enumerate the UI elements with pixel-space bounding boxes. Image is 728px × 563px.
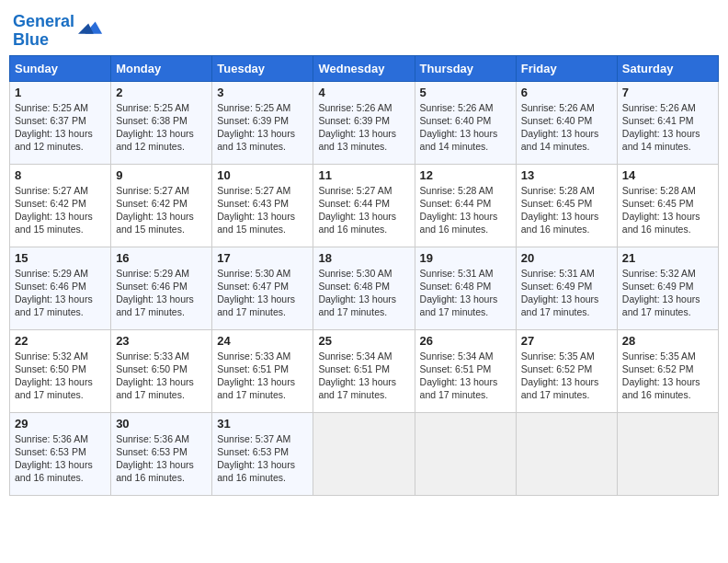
calendar-cell: 1Sunrise: 5:25 AM Sunset: 6:37 PM Daylig… [10,81,111,164]
day-info: Sunrise: 5:27 AM Sunset: 6:42 PM Dayligh… [15,184,106,236]
day-number: 29 [15,417,106,431]
calendar-cell: 6Sunrise: 5:26 AM Sunset: 6:40 PM Daylig… [516,81,617,164]
day-number: 1 [15,86,106,99]
day-info: Sunrise: 5:27 AM Sunset: 6:43 PM Dayligh… [217,184,308,236]
day-info: Sunrise: 5:36 AM Sunset: 6:53 PM Dayligh… [15,432,106,485]
logo-text: General [13,13,74,31]
day-header-tuesday: Tuesday [212,55,313,81]
day-number: 31 [217,417,308,431]
day-number: 13 [521,168,612,182]
day-header-friday: Friday [516,55,617,81]
day-number: 4 [318,86,409,99]
calendar-cell: 21Sunrise: 5:32 AM Sunset: 6:49 PM Dayli… [617,247,718,329]
day-info: Sunrise: 5:30 AM Sunset: 6:48 PM Dayligh… [318,267,409,319]
calendar-cell: 26Sunrise: 5:34 AM Sunset: 6:51 PM Dayli… [415,329,516,412]
calendar-cell: 11Sunrise: 5:27 AM Sunset: 6:44 PM Dayli… [313,164,415,247]
day-info: Sunrise: 5:29 AM Sunset: 6:46 PM Dayligh… [116,267,207,319]
day-number: 14 [622,168,713,182]
calendar-cell: 8Sunrise: 5:27 AM Sunset: 6:42 PM Daylig… [10,164,111,247]
day-number: 25 [318,334,409,348]
logo-text2: Blue [13,31,74,50]
day-info: Sunrise: 5:31 AM Sunset: 6:49 PM Dayligh… [521,267,612,319]
day-info: Sunrise: 5:34 AM Sunset: 6:51 PM Dayligh… [420,350,511,402]
calendar-cell: 5Sunrise: 5:26 AM Sunset: 6:40 PM Daylig… [415,81,516,164]
day-info: Sunrise: 5:28 AM Sunset: 6:45 PM Dayligh… [521,184,612,236]
day-header-sunday: Sunday [10,55,111,81]
day-info: Sunrise: 5:25 AM Sunset: 6:38 PM Dayligh… [116,101,207,154]
logo-icon [78,17,104,42]
day-number: 23 [116,334,207,348]
day-info: Sunrise: 5:30 AM Sunset: 6:47 PM Dayligh… [217,267,308,319]
calendar-cell: 2Sunrise: 5:25 AM Sunset: 6:38 PM Daylig… [111,81,212,164]
day-info: Sunrise: 5:35 AM Sunset: 6:52 PM Dayligh… [521,350,612,402]
day-info: Sunrise: 5:33 AM Sunset: 6:51 PM Dayligh… [217,350,308,402]
day-header-monday: Monday [111,55,212,81]
day-number: 3 [217,86,308,99]
day-info: Sunrise: 5:29 AM Sunset: 6:46 PM Dayligh… [15,267,106,319]
calendar-cell: 25Sunrise: 5:34 AM Sunset: 6:51 PM Dayli… [313,329,415,412]
calendar-cell: 10Sunrise: 5:27 AM Sunset: 6:43 PM Dayli… [212,164,313,247]
day-number: 18 [318,251,409,265]
day-info: Sunrise: 5:32 AM Sunset: 6:50 PM Dayligh… [15,350,106,402]
calendar-cell: 15Sunrise: 5:29 AM Sunset: 6:46 PM Dayli… [10,247,111,329]
day-number: 20 [521,251,612,265]
day-number: 9 [116,168,207,182]
day-number: 15 [15,251,106,265]
calendar-cell: 17Sunrise: 5:30 AM Sunset: 6:47 PM Dayli… [212,247,313,329]
calendar-cell: 22Sunrise: 5:32 AM Sunset: 6:50 PM Dayli… [10,329,111,412]
calendar-cell: 19Sunrise: 5:31 AM Sunset: 6:48 PM Dayli… [415,247,516,329]
day-number: 6 [521,86,612,99]
calendar-header-row: SundayMondayTuesdayWednesdayThursdayFrid… [10,55,719,81]
calendar-week-row: 8Sunrise: 5:27 AM Sunset: 6:42 PM Daylig… [10,164,719,247]
calendar-cell: 20Sunrise: 5:31 AM Sunset: 6:49 PM Dayli… [516,247,617,329]
calendar-cell: 31Sunrise: 5:37 AM Sunset: 6:53 PM Dayli… [212,412,313,495]
calendar-cell: 13Sunrise: 5:28 AM Sunset: 6:45 PM Dayli… [516,164,617,247]
day-number: 28 [622,334,713,348]
day-number: 2 [116,86,207,99]
day-info: Sunrise: 5:31 AM Sunset: 6:48 PM Dayligh… [420,267,511,319]
calendar-cell: 24Sunrise: 5:33 AM Sunset: 6:51 PM Dayli… [212,329,313,412]
day-number: 30 [116,417,207,431]
day-info: Sunrise: 5:37 AM Sunset: 6:53 PM Dayligh… [217,432,308,485]
day-info: Sunrise: 5:35 AM Sunset: 6:52 PM Dayligh… [622,350,713,402]
calendar-week-row: 22Sunrise: 5:32 AM Sunset: 6:50 PM Dayli… [10,329,719,412]
day-header-thursday: Thursday [415,55,516,81]
day-number: 22 [15,334,106,348]
day-info: Sunrise: 5:33 AM Sunset: 6:50 PM Dayligh… [116,350,207,402]
calendar-cell [516,412,617,495]
day-number: 19 [420,251,511,265]
day-number: 24 [217,334,308,348]
calendar-cell: 7Sunrise: 5:26 AM Sunset: 6:41 PM Daylig… [617,81,718,164]
day-info: Sunrise: 5:26 AM Sunset: 6:39 PM Dayligh… [318,101,409,154]
day-header-wednesday: Wednesday [313,55,415,81]
calendar-cell: 27Sunrise: 5:35 AM Sunset: 6:52 PM Dayli… [516,329,617,412]
day-info: Sunrise: 5:36 AM Sunset: 6:53 PM Dayligh… [116,432,207,485]
header: General Blue [9,9,719,50]
calendar-cell: 30Sunrise: 5:36 AM Sunset: 6:53 PM Dayli… [111,412,212,495]
calendar-table: SundayMondayTuesdayWednesdayThursdayFrid… [9,55,719,496]
day-info: Sunrise: 5:26 AM Sunset: 6:41 PM Dayligh… [622,101,713,154]
day-info: Sunrise: 5:27 AM Sunset: 6:44 PM Dayligh… [318,184,409,236]
day-info: Sunrise: 5:25 AM Sunset: 6:37 PM Dayligh… [15,101,106,154]
logo: General Blue [13,13,104,50]
calendar-cell: 9Sunrise: 5:27 AM Sunset: 6:42 PM Daylig… [111,164,212,247]
day-number: 26 [420,334,511,348]
day-number: 7 [622,86,713,99]
calendar-cell: 29Sunrise: 5:36 AM Sunset: 6:53 PM Dayli… [10,412,111,495]
calendar-cell: 23Sunrise: 5:33 AM Sunset: 6:50 PM Dayli… [111,329,212,412]
day-info: Sunrise: 5:34 AM Sunset: 6:51 PM Dayligh… [318,350,409,402]
calendar-cell: 18Sunrise: 5:30 AM Sunset: 6:48 PM Dayli… [313,247,415,329]
calendar-week-row: 1Sunrise: 5:25 AM Sunset: 6:37 PM Daylig… [10,81,719,164]
calendar-cell: 14Sunrise: 5:28 AM Sunset: 6:45 PM Dayli… [617,164,718,247]
day-info: Sunrise: 5:26 AM Sunset: 6:40 PM Dayligh… [521,101,612,154]
day-number: 27 [521,334,612,348]
calendar-cell: 3Sunrise: 5:25 AM Sunset: 6:39 PM Daylig… [212,81,313,164]
calendar-week-row: 29Sunrise: 5:36 AM Sunset: 6:53 PM Dayli… [10,412,719,495]
day-number: 16 [116,251,207,265]
calendar-week-row: 15Sunrise: 5:29 AM Sunset: 6:46 PM Dayli… [10,247,719,329]
calendar-cell [617,412,718,495]
calendar-cell: 28Sunrise: 5:35 AM Sunset: 6:52 PM Dayli… [617,329,718,412]
calendar-cell [313,412,415,495]
calendar-cell: 16Sunrise: 5:29 AM Sunset: 6:46 PM Dayli… [111,247,212,329]
day-info: Sunrise: 5:28 AM Sunset: 6:44 PM Dayligh… [420,184,511,236]
